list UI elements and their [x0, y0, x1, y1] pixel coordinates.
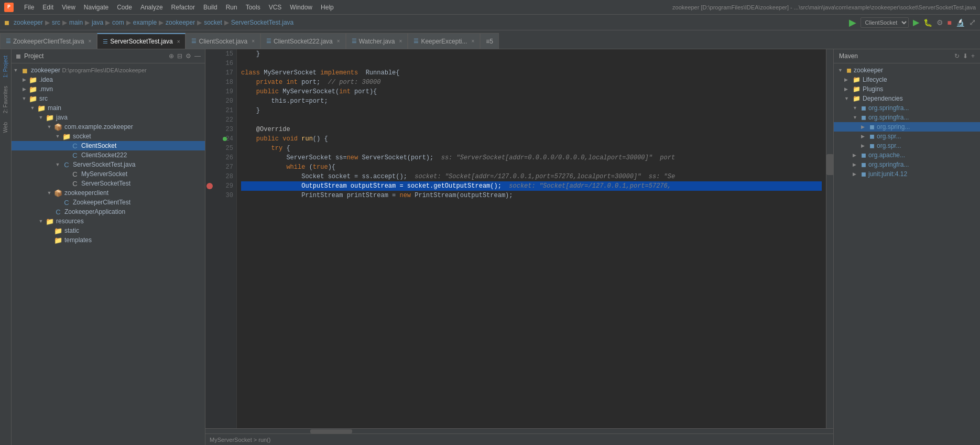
tab-close-watcher[interactable]: × [399, 38, 402, 44]
tree-item-serversockettest[interactable]: ▼ C ServerSocketTest.java [12, 160, 205, 169]
tree-item-main[interactable]: ▼ 📁 main [12, 103, 205, 113]
menu-help[interactable]: Help [321, 4, 334, 11]
hscrollbar-thumb[interactable] [310, 429, 352, 433]
nav-zookeeper2[interactable]: zookeeper [166, 19, 195, 26]
tree-item-zookeeperclienttest[interactable]: C ZookeeperClientTest [12, 198, 205, 207]
stop-button[interactable]: ■ [948, 18, 952, 27]
expand-button[interactable]: ⤢ [969, 17, 976, 27]
tree-item-idea[interactable]: ▶ 📁 .idea [12, 75, 205, 84]
favorites-tab[interactable]: 2: Favorites [2, 82, 9, 117]
maven-title: Maven [839, 52, 858, 60]
tab-keeperexcepti[interactable]: ☰ KeeperExcepti... × [408, 33, 480, 49]
run-config-select[interactable]: ClientSocket [861, 17, 909, 28]
tree-item-clientsocket[interactable]: C ClientSocket [12, 141, 205, 150]
tab-zookeeperclienttest[interactable]: ☰ ZookeeperClientTest.java × [0, 33, 97, 49]
sidebar-settings-icon[interactable]: ⚙ [186, 52, 191, 60]
tab-more[interactable]: ≡5 [480, 33, 499, 49]
tree-item-resources[interactable]: ▼ 📁 resources [12, 216, 205, 226]
menu-vcs[interactable]: VCS [269, 4, 282, 11]
menu-run[interactable]: Run [226, 4, 237, 11]
menu-file[interactable]: File [24, 4, 34, 11]
tree-item-mvn[interactable]: ▶ 📁 .mvn [12, 84, 205, 94]
tree-item-package[interactable]: ▼ 📦 com.example.zookeeper [12, 122, 205, 132]
line-18: 18 [205, 78, 236, 87]
menu-edit[interactable]: Edit [42, 4, 53, 11]
tab-close-keeperexcepti[interactable]: × [471, 38, 474, 44]
code-line-15: } [241, 49, 822, 59]
project-tab[interactable]: 1: Project [2, 51, 9, 82]
tab-close-clientsocket222[interactable]: × [337, 38, 340, 44]
editor-scrollbar[interactable] [826, 49, 833, 428]
maven-refresh-icon[interactable]: ↻ [954, 52, 960, 60]
sidebar-filter-icon[interactable]: ⊟ [177, 52, 182, 60]
nav-example[interactable]: example [133, 19, 157, 26]
tree-item-java[interactable]: ▼ 📁 java [12, 113, 205, 122]
web-tab[interactable]: Web [2, 118, 9, 137]
tree-item-zookeeperclient[interactable]: ▼ 📦 zookeeperclient [12, 188, 205, 198]
maven-dep-spring1[interactable]: ▼ ◼ org.springfra... [834, 103, 980, 113]
code-line-24: public void run() { [241, 134, 822, 144]
maven-download-icon[interactable]: ⬇ [963, 52, 968, 60]
nav-socket[interactable]: socket [204, 19, 222, 26]
maven-dep-spring2[interactable]: ▼ ◼ org.springfra... [834, 113, 980, 122]
nav-main[interactable]: main [69, 19, 83, 26]
tree-item-zookeeperapplication[interactable]: C ZookeeperApplication [12, 207, 205, 216]
nav-src[interactable]: src [52, 19, 60, 26]
maven-plugins[interactable]: ▶ 📁 Plugins [834, 84, 980, 94]
menu-code[interactable]: Code [117, 4, 132, 11]
menu-analyze[interactable]: Analyze [140, 4, 163, 11]
maven-add-icon[interactable]: + [971, 52, 975, 60]
run-button[interactable]: ▶ [913, 17, 919, 27]
nav-file[interactable]: ServerSocketTest.java [231, 19, 293, 26]
nav-com[interactable]: com [112, 19, 124, 26]
tree-item-clientsocket222[interactable]: C ClientSocket222 [12, 150, 205, 160]
coverage-button[interactable]: 🔬 [956, 18, 965, 27]
tree-item-serversockettest2[interactable]: C ServerSocketTest [12, 179, 205, 188]
code-line-17: class MyServerSocket implements Runnable… [241, 68, 822, 78]
build-button[interactable]: ⚙ [937, 18, 943, 27]
maven-dep-spr1[interactable]: ▶ ◼ org.spr... [834, 132, 980, 141]
maven-dep-spr2[interactable]: ▶ ◼ org.spr... [834, 141, 980, 150]
menu-navigate[interactable]: Navigate [84, 4, 108, 11]
menu-window[interactable]: Window [290, 4, 312, 11]
menu-view[interactable]: View [62, 4, 75, 11]
editor-hscrollbar[interactable] [205, 428, 833, 433]
maven-dep-spring3[interactable]: ▶ ◼ org.spring... [834, 122, 980, 132]
maven-dep-junit[interactable]: ▶ ◼ junit:junit:4.12 [834, 169, 980, 179]
tree-item-zookeeper-root[interactable]: ▼ ◼ zookeeper D:\programFiles\IDEA\zooke… [12, 66, 205, 75]
scrollbar-thumb[interactable] [826, 154, 833, 175]
tab-clientsocket[interactable]: ☰ ClientSocket.java × [186, 33, 260, 49]
menu-build[interactable]: Build [203, 4, 217, 11]
menu-tools[interactable]: Tools [246, 4, 260, 11]
class-icon-myserversocket: C [70, 170, 80, 178]
tree-item-socket[interactable]: ▼ 📁 socket [12, 132, 205, 141]
tree-item-src[interactable]: ▼ 📁 src [12, 94, 205, 103]
tab-close-zookeeperclienttest[interactable]: × [88, 38, 91, 44]
sidebar-collapse-icon[interactable]: — [194, 52, 201, 60]
class-icon-serversockettest: C [62, 160, 71, 169]
tab-clientsocket222[interactable]: ☰ ClientSocket222.java × [260, 33, 346, 49]
maven-zookeeper[interactable]: ▼ ◼ zookeeper [834, 66, 980, 75]
tree-item-static[interactable]: 📁 static [12, 226, 205, 235]
debug-button[interactable]: 🐛 [923, 18, 932, 27]
maven-arrow-zookeeper: ▼ [838, 68, 844, 73]
nav-java[interactable]: java [92, 19, 103, 26]
nav-zookeeper[interactable]: zookeeper [14, 19, 43, 26]
tab-serversockettest[interactable]: ☰ ServerSocketTest.java × [97, 33, 186, 49]
tree-item-templates[interactable]: 📁 templates [12, 235, 205, 245]
sidebar-add-icon[interactable]: ⊕ [169, 52, 174, 60]
line-17: 17 [205, 68, 236, 78]
maven-dep-spring4[interactable]: ▶ ◼ org.springfra... [834, 160, 980, 169]
tab-watcher[interactable]: ☰ Watcher.java × [346, 33, 408, 49]
menu-refactor[interactable]: Refactor [171, 4, 195, 11]
maven-label-spr2: org.spr... [877, 142, 901, 149]
run-green-arrow[interactable]: ▶ [849, 17, 856, 28]
maven-dependencies[interactable]: ▼ 📁 Dependencies [834, 94, 980, 103]
tree-item-myserversocket[interactable]: C MyServerSocket [12, 169, 205, 179]
tab-close-serversockettest[interactable]: × [177, 39, 180, 45]
breakpoint-icon [206, 183, 213, 189]
code-content[interactable]: } class MyServerSocket implements Runnab… [237, 49, 826, 428]
maven-dep-apache[interactable]: ▶ ◼ org.apache... [834, 150, 980, 160]
maven-lifecycle[interactable]: ▶ 📁 Lifecycle [834, 75, 980, 84]
tab-close-clientsocket[interactable]: × [252, 38, 255, 44]
